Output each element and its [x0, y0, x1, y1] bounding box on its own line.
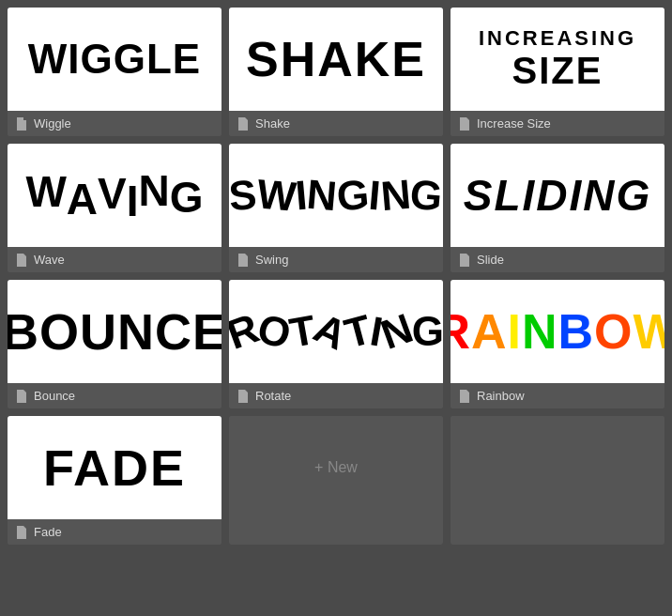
bounce-preview-text: BOUNCE: [8, 302, 221, 361]
increase-size-label-text: Increase Size: [477, 116, 551, 131]
card-swing-label: Swing: [229, 247, 443, 272]
card-bounce-preview: BOUNCE: [8, 280, 221, 383]
card-wave-label: Wave: [8, 247, 221, 272]
svg-rect-23: [240, 399, 244, 400]
card-rotate-preview: ROTATING: [229, 280, 443, 383]
wave-preview-text: WAVING: [25, 170, 203, 221]
svg-rect-19: [19, 397, 24, 398]
card-slide-preview: SLIDING: [451, 144, 664, 247]
card-shake[interactable]: SHAKE Shake: [229, 8, 443, 136]
svg-rect-21: [240, 395, 246, 396]
card-rainbow-label: Rainbow: [451, 383, 664, 408]
card-increase-size[interactable]: INCREASING SIZE Increase Size: [451, 8, 664, 136]
svg-rect-12: [240, 259, 246, 260]
rainbow-preview-text: RAINBOW: [451, 303, 664, 360]
wiggle-preview-text: WIGGLE: [28, 36, 201, 83]
svg-rect-0: [19, 123, 24, 124]
svg-rect-3: [240, 123, 246, 124]
svg-rect-10: [19, 261, 24, 262]
svg-rect-11: [19, 263, 23, 264]
doc-icon-wave: [15, 254, 28, 267]
svg-rect-8: [462, 127, 466, 128]
card-shake-preview: SHAKE: [229, 8, 443, 111]
card-wiggle-label: Wiggle: [8, 111, 221, 136]
wave-label-text: Wave: [34, 253, 65, 267]
card-wave-preview: WAVING: [8, 144, 221, 247]
card-rainbow[interactable]: RAINBOW Rainbow: [451, 280, 664, 408]
card-rotate-label: Rotate: [229, 383, 443, 408]
doc-icon-swing: [237, 254, 250, 267]
doc-icon-slide: [458, 254, 471, 267]
card-rotate[interactable]: ROTATING Rotate: [229, 280, 443, 408]
doc-icon-shake: [237, 117, 250, 131]
rainbow-label-text: Rainbow: [477, 389, 525, 403]
svg-rect-17: [462, 263, 466, 264]
wiggle-label-text: Wiggle: [34, 116, 71, 131]
card-swing-preview: SWINGING: [229, 144, 443, 247]
new-card-label: + New: [314, 459, 358, 476]
svg-rect-9: [19, 259, 24, 260]
shake-preview-text: SHAKE: [246, 31, 426, 87]
slide-label-text: Slide: [477, 253, 504, 267]
swing-preview-text: SWINGING: [229, 172, 442, 219]
svg-rect-18: [19, 395, 24, 396]
card-fade-preview: FADE: [8, 416, 221, 519]
svg-rect-5: [240, 127, 244, 128]
svg-rect-24: [462, 395, 467, 396]
svg-rect-4: [240, 125, 246, 126]
rotate-preview-text: ROTATING: [229, 308, 443, 355]
card-wiggle-preview: WIGGLE: [8, 8, 221, 111]
doc-icon: [15, 117, 28, 131]
card-rainbow-preview: RAINBOW: [451, 280, 664, 383]
card-shake-label: Shake: [229, 111, 443, 136]
doc-icon-fade: [15, 526, 28, 539]
rotate-label-text: Rotate: [255, 389, 291, 403]
svg-rect-26: [462, 399, 466, 400]
svg-rect-13: [240, 261, 246, 262]
card-fade[interactable]: FADE Fade: [8, 416, 221, 545]
svg-rect-15: [462, 259, 467, 260]
card-swing[interactable]: SWINGING Swing: [229, 144, 443, 272]
svg-rect-6: [462, 123, 467, 124]
animation-grid: WIGGLE Wiggle SHAKE Shake: [0, 0, 672, 552]
card-wiggle[interactable]: WIGGLE Wiggle: [8, 8, 221, 136]
card-new[interactable]: + New: [229, 416, 443, 545]
card-slide-label: Slide: [451, 247, 664, 272]
card-new-preview[interactable]: + New: [229, 416, 443, 519]
doc-icon-rotate: [237, 390, 250, 403]
svg-rect-20: [19, 399, 23, 400]
card-increase-size-preview: INCREASING SIZE: [451, 8, 664, 111]
fade-label-text: Fade: [34, 525, 62, 539]
swing-label-text: Swing: [255, 253, 288, 267]
svg-rect-22: [240, 397, 246, 398]
fade-preview-text: FADE: [43, 439, 186, 497]
svg-rect-14: [240, 263, 244, 264]
doc-icon-bounce: [15, 390, 28, 403]
svg-rect-28: [19, 533, 24, 534]
svg-rect-25: [462, 397, 467, 398]
card-bounce-label: Bounce: [8, 383, 221, 408]
svg-rect-29: [19, 535, 23, 536]
card-bounce[interactable]: BOUNCE Bounce: [8, 280, 221, 408]
doc-icon-increase: [458, 117, 471, 131]
svg-rect-1: [19, 125, 24, 126]
card-slide[interactable]: SLIDING Slide: [451, 144, 664, 272]
svg-rect-7: [462, 125, 467, 126]
card-empty-preview: [451, 416, 664, 519]
slide-preview-text: SLIDING: [464, 170, 652, 221]
new-card-content: + New: [314, 459, 358, 476]
card-fade-label: Fade: [8, 519, 221, 545]
card-increase-size-label: Increase Size: [451, 111, 664, 136]
svg-rect-27: [19, 531, 24, 532]
shake-label-text: Shake: [255, 116, 290, 131]
doc-icon-rainbow: [458, 390, 471, 403]
svg-rect-2: [19, 127, 23, 128]
card-wave[interactable]: WAVING Wave: [8, 144, 221, 272]
increase-text-line1: INCREASING: [479, 27, 636, 50]
increase-size-preview-text: INCREASING SIZE: [479, 27, 636, 91]
increase-text-line2: SIZE: [479, 50, 636, 91]
svg-rect-16: [462, 261, 467, 262]
card-empty: [451, 416, 664, 545]
bounce-label-text: Bounce: [34, 389, 75, 403]
